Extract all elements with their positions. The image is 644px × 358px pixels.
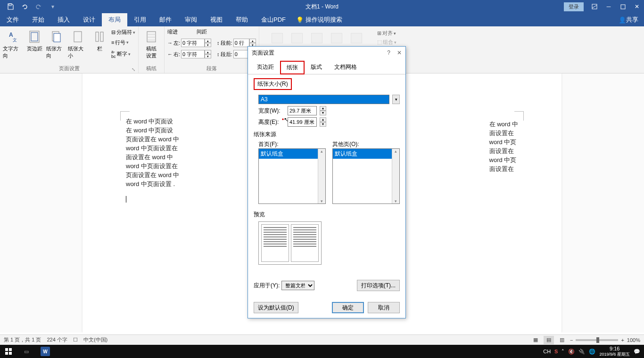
ok-button[interactable]: 确定	[332, 302, 364, 313]
status-page[interactable]: 第 1 页，共 1 页	[4, 336, 41, 343]
dtab-grid[interactable]: 文档网格	[328, 61, 363, 74]
paper-size-select[interactable]: A3	[258, 95, 389, 104]
space-after-icon: ↕	[217, 51, 220, 57]
height-label: 高度(E):	[258, 118, 285, 126]
first-page-selected[interactable]: 默认纸盒	[259, 149, 325, 159]
text-direction-label: 文字方向	[3, 45, 23, 59]
taskbar: ▭ W CH S ˄ 🔇 🔌 🌐 9:16 2019/9/6 星期五 💬	[0, 345, 644, 358]
tell-me-search[interactable]: 💡 操作说明搜索	[292, 13, 346, 26]
start-button[interactable]	[0, 345, 17, 358]
proofing-icon[interactable]: ☐	[73, 337, 78, 343]
tab-wpspdf[interactable]: 金山PDF	[255, 13, 292, 26]
height-spinner[interactable]: ▴▾	[320, 117, 326, 127]
cancel-button[interactable]: 取消	[368, 302, 400, 313]
share-label: 共享	[626, 16, 638, 24]
sogou-icon[interactable]: S	[554, 349, 558, 354]
dtab-paper[interactable]: 纸张	[280, 61, 305, 74]
close-button[interactable]: ✕	[630, 0, 644, 13]
tab-layout[interactable]: 布局	[102, 13, 127, 26]
size-button[interactable]: 纸张大小	[68, 27, 88, 59]
zoom-slider[interactable]	[576, 339, 618, 341]
tray-chevron-icon[interactable]: ˄	[561, 349, 564, 355]
tab-insert[interactable]: 插入	[51, 13, 76, 26]
manuscript-button[interactable]: 稿纸 设置	[141, 27, 161, 59]
view-web-button[interactable]: ▥	[557, 336, 567, 344]
dialog-titlebar[interactable]: 页面设置 ? ✕	[248, 47, 405, 59]
columns-button[interactable]: 栏	[90, 27, 109, 52]
taskbar-task-view[interactable]: ▭	[17, 345, 36, 358]
share-button[interactable]: 👤 共享	[613, 13, 644, 26]
tray-date[interactable]: 2019/9/6 星期五	[599, 351, 630, 357]
tab-home[interactable]: 开始	[25, 13, 51, 26]
notifications-icon[interactable]: 💬	[634, 349, 640, 355]
zoom-level[interactable]: 100%	[627, 337, 640, 343]
indent-left-icon: →	[167, 40, 173, 46]
width-input[interactable]	[288, 106, 317, 115]
tab-file[interactable]: 文件	[0, 13, 25, 26]
print-options-button[interactable]: 打印选项(T)...	[357, 280, 400, 291]
maximize-button[interactable]	[616, 0, 630, 13]
tab-help[interactable]: 帮助	[229, 13, 255, 26]
height-input[interactable]	[288, 117, 317, 127]
apply-to-select[interactable]: 整篇文档	[281, 281, 314, 290]
qat-customize[interactable]: ▾	[46, 1, 59, 12]
listbox-scrollbar-2[interactable]: ▴▾	[392, 149, 399, 203]
page-setup-launcher[interactable]: ⤡	[132, 67, 135, 72]
bring-forward-icon	[311, 33, 322, 43]
redo-button[interactable]	[32, 1, 45, 12]
tab-references[interactable]: 引用	[127, 13, 153, 26]
undo-button[interactable]	[18, 1, 31, 12]
first-page-listbox[interactable]: 默认纸盒 ▴▾	[258, 148, 326, 204]
dialog-help-button[interactable]: ?	[387, 49, 390, 56]
indent-right-icon: ←	[167, 51, 173, 57]
dtab-margins[interactable]: 页边距	[251, 61, 280, 74]
align-button[interactable]: ⊞对齐▾	[377, 30, 396, 37]
ime-indicator[interactable]: CH	[543, 349, 551, 354]
indent-right-spinner[interactable]: ▴▾	[181, 50, 211, 58]
status-words[interactable]: 224 个字	[47, 336, 67, 343]
listbox-scrollbar[interactable]: ▴▾	[318, 149, 325, 203]
width-spinner[interactable]: ▴▾	[320, 106, 326, 115]
tab-mailings[interactable]: 邮件	[153, 13, 178, 26]
set-default-button[interactable]: 设为默认值(D)	[254, 302, 298, 313]
zoom-in-button[interactable]: +	[621, 337, 624, 343]
login-button[interactable]: 登录	[564, 2, 584, 11]
dialog-button-row: 设为默认值(D) 确定 取消	[254, 302, 400, 313]
dtab-layout[interactable]: 版式	[305, 61, 328, 74]
sound-icon[interactable]: 🔇	[568, 349, 575, 355]
network-icon[interactable]: 🌐	[589, 349, 595, 355]
view-read-button[interactable]: ▦	[530, 336, 541, 344]
paper-size-dropdown-button[interactable]: ▾	[392, 95, 400, 104]
status-lang[interactable]: 中文(中国)	[83, 336, 107, 343]
tab-review[interactable]: 审阅	[178, 13, 204, 26]
svg-rect-6	[31, 33, 38, 41]
group-button[interactable]: ⬚组合▾	[377, 39, 396, 46]
hyphenation-button[interactable]: a-bc断字▾	[111, 49, 135, 59]
dialog-close-button[interactable]: ✕	[397, 49, 402, 56]
other-pages-label: 其他页(O):	[332, 140, 400, 148]
minimize-button[interactable]: ─	[602, 0, 616, 13]
text-direction-button[interactable]: A文文字方向	[3, 27, 23, 59]
zoom-out-button[interactable]: −	[570, 337, 573, 343]
indent-left-spinner[interactable]: ▴▾	[181, 39, 211, 47]
tab-view[interactable]: 视图	[204, 13, 229, 26]
margins-button[interactable]: 页边距	[25, 27, 44, 52]
view-print-button[interactable]: ▤	[544, 336, 554, 344]
space-before-icon: ↕	[217, 40, 220, 46]
breaks-button[interactable]: ⊟分隔符▾	[111, 29, 135, 36]
other-pages-listbox[interactable]: 默认纸盒 ▴▾	[332, 148, 400, 204]
statusbar: 第 1 页，共 1 页 224 个字 ☐ 中文(中国) ▦ ▤ ▥ − + 10…	[0, 334, 644, 345]
battery-icon[interactable]: 🔌	[578, 349, 585, 355]
save-button[interactable]	[4, 1, 17, 12]
orientation-button[interactable]: 纸张方向	[46, 27, 66, 59]
preview-label: 预览	[254, 211, 400, 219]
paper-size-label: 纸张大小(R)	[254, 78, 292, 90]
ribbon-options-button[interactable]	[587, 0, 602, 13]
taskbar-word[interactable]: W	[36, 345, 55, 358]
line-numbers-button[interactable]: ≡行号▾	[111, 39, 135, 46]
tab-design[interactable]: 设计	[76, 13, 102, 26]
other-pages-selected[interactable]: 默认纸盒	[333, 149, 399, 159]
manuscript-group-label: 稿纸	[141, 64, 161, 73]
tray-time[interactable]: 9:16	[599, 346, 630, 351]
group-manuscript: 稿纸 设置 稿纸	[139, 26, 165, 73]
